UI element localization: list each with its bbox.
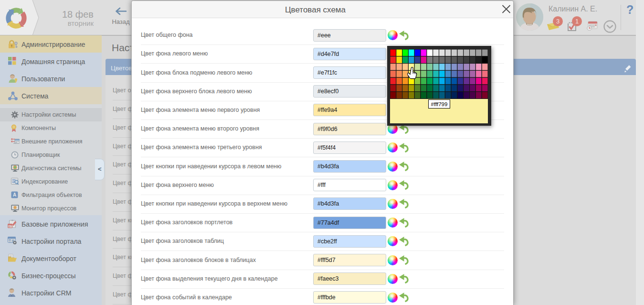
svg-text:A: A [13, 192, 16, 197]
